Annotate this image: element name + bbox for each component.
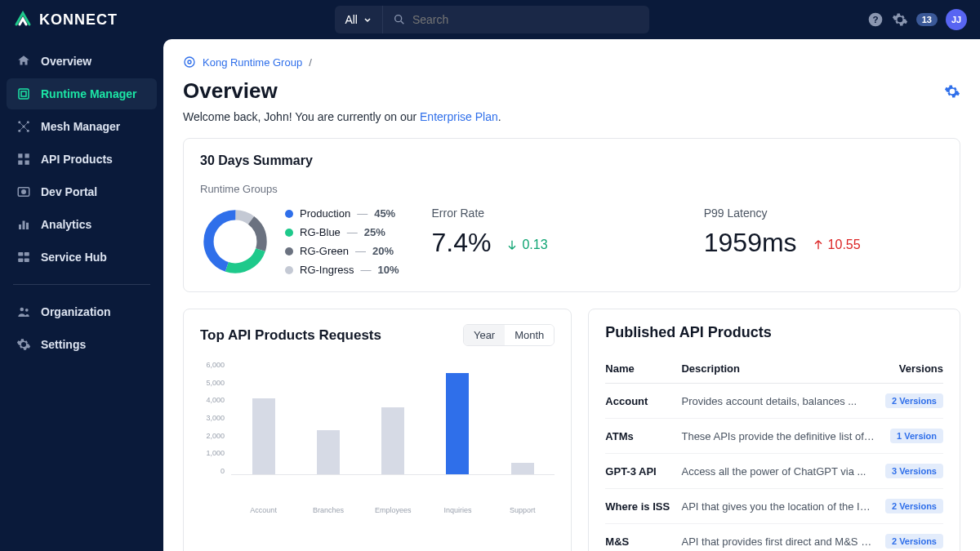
cell-name: Where is ISS [605, 489, 681, 524]
table-row[interactable]: Where is ISSAPI that gives you the locat… [605, 489, 943, 524]
chevron-down-icon [363, 15, 372, 24]
sidebar-item-dev-portal[interactable]: Dev Portal [7, 176, 157, 207]
legend-item: RG-Ingress—10% [285, 264, 399, 276]
table-row[interactable]: GPT-3 APIAccess all the power of ChatGPT… [605, 454, 943, 489]
legend-item: Production—45% [285, 207, 399, 220]
search-filter[interactable]: All [335, 6, 383, 33]
gear-icon[interactable] [892, 11, 908, 28]
x-tick: Account [239, 506, 288, 514]
legend-value: 25% [364, 226, 385, 238]
nav-divider [13, 284, 150, 285]
svg-point-0 [395, 16, 402, 22]
legend-value: 45% [374, 207, 395, 220]
table-row[interactable]: M&SAPI that provides first direct and M&… [605, 524, 943, 552]
bar[interactable] [252, 398, 275, 474]
published-products-card: Published API Products Name Description … [588, 309, 960, 551]
search-input[interactable] [412, 13, 639, 26]
svg-point-25 [185, 57, 194, 67]
overview-icon [16, 54, 31, 69]
svg-text:?: ? [872, 14, 878, 24]
summary-card: 30 Days Summary Runtime Groups Productio… [183, 138, 960, 292]
search-icon [393, 13, 406, 26]
donut-legend: Production—45%RG-Blue—25%RG-Green—20%RG-… [285, 207, 399, 276]
sidebar-item-analytics[interactable]: Analytics [7, 209, 157, 240]
search-filter-label: All [345, 13, 358, 26]
cell-versions: 2 Versions [875, 524, 943, 552]
bar[interactable] [317, 430, 340, 474]
legend-dot [285, 210, 293, 218]
x-axis: AccountBranchesEmployeesInquiriesSupport [231, 506, 555, 514]
svg-point-23 [20, 308, 24, 312]
sidebar-item-label: Analytics [41, 218, 91, 231]
sidebar-item-service-hub[interactable]: Service Hub [7, 242, 157, 273]
stat-value: 7.4% [432, 228, 492, 258]
brand-icon [13, 10, 33, 29]
toggle-month[interactable]: Month [505, 325, 554, 345]
y-tick: 3,000 [200, 414, 225, 422]
bar-column [433, 373, 482, 474]
version-badge: 2 Versions [885, 499, 943, 513]
table-row[interactable]: AccountProvides account details, balance… [605, 384, 943, 419]
svg-rect-4 [21, 91, 26, 96]
bar[interactable] [511, 463, 534, 474]
sidebar-item-mesh-manager[interactable]: Mesh Manager [7, 111, 157, 142]
svg-rect-10 [18, 153, 22, 158]
sidebar-item-overview[interactable]: Overview [7, 46, 157, 77]
main-content: Kong Runtime Group / Overview Welcome ba… [163, 39, 980, 551]
svg-rect-11 [25, 153, 29, 158]
sidebar-item-label: Service Hub [41, 251, 107, 264]
svg-point-15 [22, 190, 26, 194]
svg-rect-21 [18, 259, 23, 263]
svg-rect-18 [26, 223, 29, 229]
breadcrumb-link[interactable]: Kong Runtime Group [203, 56, 302, 69]
products-table: Name Description Versions AccountProvide… [605, 354, 943, 551]
sidebar-item-label: Dev Portal [41, 185, 97, 198]
table-row[interactable]: ATMsThese APIs provide the definitive li… [605, 419, 943, 454]
svg-point-26 [188, 60, 191, 64]
bar-column [239, 398, 288, 474]
svg-rect-17 [23, 221, 25, 230]
welcome-text: Welcome back, John! You are currently on… [183, 110, 960, 123]
products-icon [16, 152, 31, 167]
bar[interactable] [446, 373, 469, 474]
page-settings-button[interactable] [944, 83, 960, 100]
stat-label: Error Rate [432, 207, 671, 220]
x-tick: Inquiries [433, 506, 482, 514]
bar[interactable] [381, 407, 404, 474]
cell-versions: 1 Version [875, 419, 943, 454]
table-title: Published API Products [605, 324, 943, 341]
y-tick: 0 [200, 467, 225, 475]
arrow-up-icon [812, 238, 825, 251]
legend-value: 20% [372, 245, 394, 257]
bars-area [231, 361, 555, 475]
bar-column [498, 463, 547, 474]
x-tick: Branches [304, 506, 353, 514]
portal-icon [16, 184, 31, 199]
legend-value: 10% [377, 264, 399, 276]
version-badge: 3 Versions [885, 464, 943, 478]
help-icon[interactable]: ? [867, 11, 884, 28]
sidebar-item-settings[interactable]: Settings [7, 329, 157, 360]
cell-name: ATMs [605, 419, 681, 454]
legend-name: RG-Green [300, 245, 349, 257]
legend-dot [285, 266, 293, 274]
col-desc: Description [681, 354, 875, 384]
sidebar-item-runtime-manager[interactable]: Runtime Manager [7, 78, 157, 109]
analytics-icon [16, 217, 31, 232]
page-title: Overview [183, 78, 278, 104]
search-bar: All [335, 6, 649, 33]
cell-name: M&S [605, 524, 681, 552]
y-tick: 6,000 [200, 361, 225, 369]
sidebar-item-organization[interactable]: Organization [7, 296, 157, 327]
brand-logo[interactable]: KONNECT [13, 10, 118, 29]
chart-title: Top API Products Requests [200, 327, 381, 344]
toggle-year[interactable]: Year [464, 325, 505, 345]
plan-link[interactable]: Enterprise Plan [420, 110, 498, 123]
avatar[interactable]: JJ [946, 9, 967, 30]
notification-badge[interactable]: 13 [916, 13, 938, 26]
sidebar-item-label: API Products [41, 153, 113, 166]
error-rate-stat: Error Rate 7.4% 0.13 [432, 207, 671, 277]
version-badge: 2 Versions [885, 534, 943, 549]
cell-versions: 2 Versions [875, 384, 943, 419]
sidebar-item-api-products[interactable]: API Products [7, 144, 157, 175]
